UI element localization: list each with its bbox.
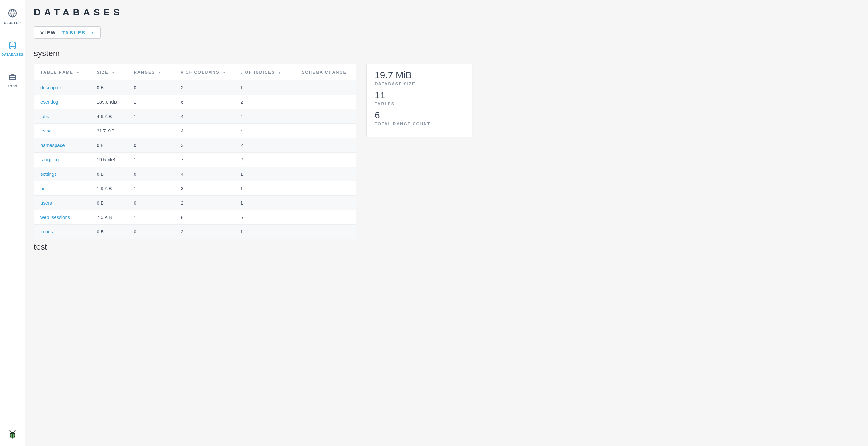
view-selector[interactable]: VIEW: TABLES: [34, 26, 101, 38]
cell-indices: 5: [234, 210, 296, 225]
cell-ranges: 1: [128, 124, 175, 138]
cell-schema-change: [296, 124, 356, 138]
column-header[interactable]: SCHEMA CHANGE: [296, 64, 356, 80]
cell-ranges: 0: [128, 196, 175, 210]
sidebar-item-cluster[interactable]: CLUSTER: [0, 6, 25, 28]
table-row: namespace 0 B 0 3 2: [34, 138, 356, 152]
table-name-link[interactable]: zones: [40, 229, 53, 234]
cell-size: 0 B: [91, 196, 128, 210]
column-header[interactable]: # OF INDICES ▼: [234, 64, 296, 80]
cell-size: 0 B: [91, 80, 128, 95]
database-heading: system: [34, 48, 859, 58]
database-icon: [8, 45, 17, 51]
column-header[interactable]: # OF COLUMNS ▼: [175, 64, 234, 80]
table-row: jobs 4.6 KiB 1 4 4: [34, 109, 356, 124]
table-row: eventlog 189.0 KiB 1 6 2: [34, 95, 356, 109]
database-stats-card: 19.7 MiB DATABASE SIZE 11 TABLES 6 TOTAL…: [366, 64, 472, 137]
sidebar-item-label: DATABASES: [0, 53, 25, 56]
table-row: zones 0 B 0 2 1: [34, 225, 356, 239]
cell-columns: 7: [175, 152, 234, 167]
view-selector-value: TABLES: [62, 30, 86, 35]
sidebar-item-jobs[interactable]: JOBS: [0, 70, 25, 91]
svg-point-3: [9, 42, 16, 44]
cell-indices: 1: [234, 225, 296, 239]
cell-schema-change: [296, 210, 356, 225]
table-row: lease 21.7 KiB 1 4 4: [34, 124, 356, 138]
table-row: descriptor 0 B 0 2 1: [34, 80, 356, 95]
cell-ranges: 0: [128, 80, 175, 95]
cell-columns: 8: [175, 210, 234, 225]
cell-schema-change: [296, 167, 356, 181]
table-name-link[interactable]: settings: [40, 171, 57, 177]
stat-database-size-label: DATABASE SIZE: [375, 81, 464, 86]
cell-schema-change: [296, 138, 356, 152]
table-name-link[interactable]: lease: [40, 128, 52, 133]
cockroach-logo: [6, 427, 19, 440]
chevron-down-icon: [91, 32, 94, 34]
cell-ranges: 1: [128, 95, 175, 109]
sort-indicator-icon: ▼: [158, 71, 162, 74]
cell-size: 0 B: [91, 167, 128, 181]
cell-columns: 2: [175, 80, 234, 95]
table-name-link[interactable]: eventlog: [40, 99, 58, 105]
cell-ranges: 1: [128, 152, 175, 167]
cell-schema-change: [296, 196, 356, 210]
sidebar-item-databases[interactable]: DATABASES: [0, 38, 25, 60]
cell-size: 7.0 KiB: [91, 210, 128, 225]
sidebar-item-label: JOBS: [0, 84, 25, 88]
cell-size: 21.7 KiB: [91, 124, 128, 138]
cell-ranges: 0: [128, 138, 175, 152]
cell-indices: 4: [234, 124, 296, 138]
table-name-link[interactable]: descriptor: [40, 85, 61, 90]
table-name-link[interactable]: web_sessions: [40, 214, 70, 220]
cell-indices: 4: [234, 109, 296, 124]
cell-size: 189.0 KiB: [91, 95, 128, 109]
table-row: ui 1.9 KiB 1 3 1: [34, 181, 356, 196]
stat-tables-value: 11: [375, 90, 464, 100]
table-name-link[interactable]: ui: [40, 186, 44, 191]
cell-columns: 3: [175, 181, 234, 196]
table-name-link[interactable]: namespace: [40, 142, 65, 148]
cell-columns: 4: [175, 124, 234, 138]
table-name-link[interactable]: users: [40, 200, 52, 205]
page-title: DATABASES: [34, 7, 859, 18]
sidebar-item-label: CLUSTER: [0, 21, 25, 25]
view-selector-label: VIEW:: [40, 30, 59, 35]
cell-schema-change: [296, 152, 356, 167]
cell-size: 19.5 MiB: [91, 152, 128, 167]
cell-columns: 6: [175, 95, 234, 109]
main-content: DATABASES VIEW: TABLES system TABLE NAME…: [25, 0, 868, 446]
cell-indices: 1: [234, 196, 296, 210]
sort-indicator-icon: ▼: [76, 71, 80, 74]
cell-indices: 2: [234, 95, 296, 109]
table-row: settings 0 B 0 4 1: [34, 167, 356, 181]
column-header[interactable]: RANGES ▼: [128, 64, 175, 80]
column-header[interactable]: SIZE ▼: [91, 64, 128, 80]
cell-schema-change: [296, 109, 356, 124]
table-name-link[interactable]: jobs: [40, 114, 49, 119]
cell-ranges: 1: [128, 109, 175, 124]
cell-columns: 3: [175, 138, 234, 152]
cell-ranges: 1: [128, 210, 175, 225]
cell-columns: 4: [175, 109, 234, 124]
stat-database-size-value: 19.7 MiB: [375, 70, 464, 80]
cell-size: 0 B: [91, 138, 128, 152]
sidebar: CLUSTER DATABASES JOBS: [0, 0, 25, 446]
table-row: rangelog 19.5 MiB 1 7 2: [34, 152, 356, 167]
globe-icon: [7, 14, 18, 19]
sort-indicator-icon: ▼: [222, 71, 226, 74]
cell-schema-change: [296, 80, 356, 95]
column-header[interactable]: TABLE NAME ▼: [34, 64, 91, 80]
table-row: web_sessions 7.0 KiB 1 8 5: [34, 210, 356, 225]
cell-columns: 4: [175, 167, 234, 181]
cell-indices: 2: [234, 152, 296, 167]
cell-schema-change: [296, 95, 356, 109]
cell-indices: 1: [234, 80, 296, 95]
cell-schema-change: [296, 225, 356, 239]
cell-indices: 1: [234, 181, 296, 196]
stat-ranges-value: 6: [375, 110, 464, 120]
table-name-link[interactable]: rangelog: [40, 157, 59, 162]
stat-tables-label: TABLES: [375, 101, 464, 106]
cell-size: 0 B: [91, 225, 128, 239]
cell-size: 1.9 KiB: [91, 181, 128, 196]
